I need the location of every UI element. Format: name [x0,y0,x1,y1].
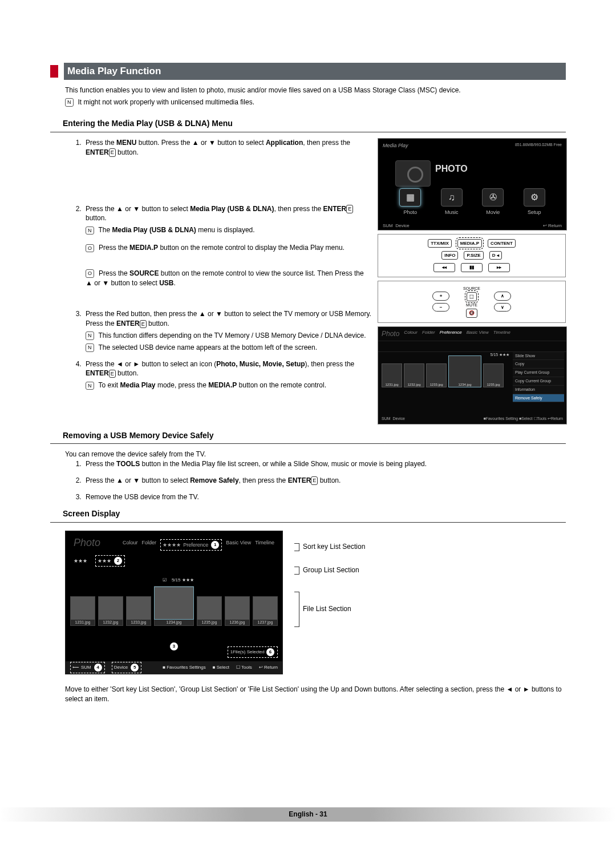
rule [50,443,566,444]
photo-icon: ▦ [399,188,421,207]
legend-sort-key: Sort key List Section [303,543,365,551]
mute-button: 🔇 [466,309,477,317]
enter-icon: E [109,370,116,378]
section-title-bar: Media Play Function [50,63,566,80]
info-button: INFO [441,251,458,260]
intro-note-text: It might not work properly with unlicens… [78,98,254,106]
heading-screen-display: Screen Display [50,508,566,520]
source-button: ⬚ [467,292,477,301]
badge-6: 6 [266,648,275,657]
channel-down-button: ∨ [494,303,511,312]
removing-steps: Press the TOOLS button in the Media Play… [50,459,566,502]
intro-note: NIt might not work properly with unlicen… [65,98,566,107]
note-icon: N [86,343,94,352]
entering-steps: Press the MENU button. Press the ▲ or ▼ … [50,138,372,390]
tv-usb-free: 851.86MB/993.02MB Free [515,142,562,149]
legend-file-list: File List Section [303,605,351,613]
screen-display-diagram: Photo Colour Folder ★★★★Preference 1 Bas… [65,531,283,674]
channel-up-button: ∧ [494,292,511,300]
volume-down-button: − [432,303,449,312]
enter-icon: E [346,205,353,213]
volume-up-button: + [432,292,449,300]
page-footer: English - 31 [0,807,616,822]
step-3: Press the Red button, then press the ▲ o… [83,309,372,352]
camera-icon [395,160,431,187]
enter-icon: E [311,476,318,485]
badge-4: 4 [94,663,103,672]
content-button: CONTENT [488,239,516,248]
forward-button: ▸▸ [488,263,510,272]
d-button: D ◂ [489,251,502,260]
enter-icon: E [109,148,116,157]
rule [50,522,566,523]
note-icon: N [86,331,94,340]
step3-note1: NThis function differs depending on the … [86,331,372,341]
intro-text: This function enables you to view and li… [65,86,566,95]
page-title: Media Play Function [64,63,566,80]
ttxmix-button: TTX/MIX [428,239,452,248]
badge-5: 5 [130,663,139,672]
movie-icon: ✇ [482,188,504,207]
heading-removing: Removing a USB Memory Device Safely [50,430,566,442]
diagram-legend: Sort key List Section Group List Section… [294,531,365,674]
tv-media-play-screenshot: Media Play 851.86MB/993.02MB Free PHOTO … [378,138,567,231]
note-icon: N [86,382,94,390]
heading-entering: Entering the Media Play (USB & DLNA) Men… [50,118,566,130]
step-4: Press the ◄ or ► button to select an ico… [83,359,372,390]
remove-step-1: Press the TOOLS button in the Media Play… [83,459,566,469]
note-icon: N [65,98,74,107]
remote-icon: O [86,269,94,278]
setup-icon: ⚙ [524,188,545,207]
mediap-button: MEDIA.P [457,239,482,248]
step2-note1: NThe Media Play (USB & DLNA) menu is dis… [86,225,372,235]
badge-2: 2 [114,556,123,565]
context-menu: Slide Show Copy Play Current Group Copy … [513,352,564,403]
tv-title: Media Play [383,142,408,149]
music-icon: ♫ [441,188,463,207]
diagram-caption: Move to either 'Sort key List Section', … [65,685,566,704]
enter-icon: E [140,320,147,329]
step3-note2: NThe selected USB device name appears at… [86,343,372,353]
step-1: Press the MENU button. Press the ▲ or ▼ … [83,138,372,197]
note-icon: N [86,227,94,235]
badge-3: 3 [169,642,179,651]
step4-note1: NTo exit Media Play mode, press the MEDI… [86,381,372,390]
step2-note3: OPress the SOURCE button on the remote c… [86,269,372,288]
remove-step-3: Remove the USB device from the TV. [83,492,566,502]
step2-note2: OPress the MEDIA.P button on the remote … [86,243,372,253]
remote-cluster-source: + − SOURCE ⬚ MUTE 🔇 ∧ ∨ [378,281,566,323]
remote-cluster-media: TTX/MIX MEDIA.P CONTENT INFO P.SIZE D ◂ … [378,234,566,277]
rewind-button: ◂◂ [433,263,455,272]
photo-browser-screenshot: Photo Colour Folder Preference Basic Vie… [378,326,567,424]
title-accent [50,65,58,78]
pause-button: ▮▮ [461,263,483,272]
legend-group-list: Group List Section [303,566,359,574]
psize-button: P.SIZE [464,251,483,260]
removing-intro: You can remove the device safely from th… [65,450,566,459]
rule [50,132,566,132]
step-2: Press the ▲ or ▼ button to select Media … [83,204,372,303]
remote-icon: O [86,244,94,253]
badge-1: 1 [210,540,220,549]
intro-block: This function enables you to view and li… [65,86,566,107]
remove-step-2: Press the ▲ or ▼ button to select Remove… [83,476,566,486]
tv-photo-label: PHOTO [435,163,468,175]
